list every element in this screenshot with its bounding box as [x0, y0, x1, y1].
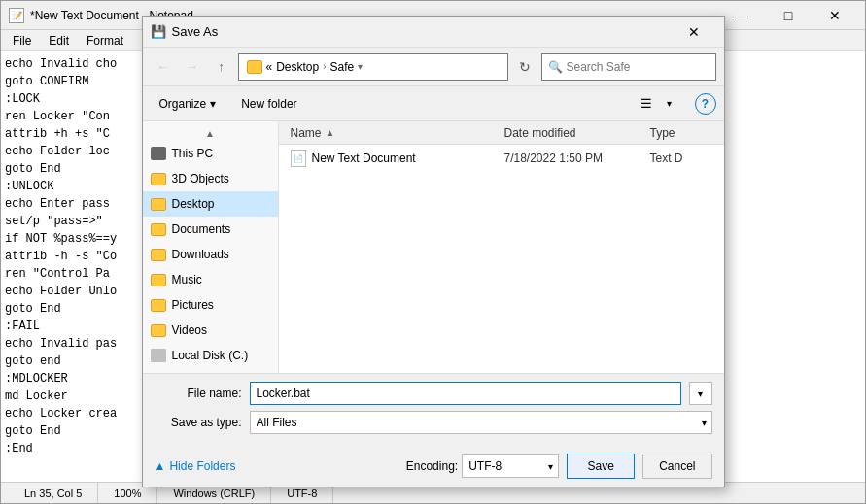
- breadcrumb-dropdown-icon[interactable]: ▾: [358, 61, 363, 72]
- col-name-label: Name: [291, 126, 322, 140]
- dialog-title-left: 💾 Save As: [151, 24, 219, 39]
- col-type-label: Type: [650, 126, 675, 140]
- folder-icon-3d: [151, 173, 166, 185]
- filename-label: File name:: [155, 386, 242, 400]
- dialog-sidebar: ▲ This PC 3D Objects Desktop Documents: [143, 121, 279, 373]
- dialog-toolbar: Organize ▾ New folder ☰ ▾ ?: [143, 86, 724, 121]
- help-button[interactable]: ?: [695, 93, 716, 115]
- cancel-button[interactable]: Cancel: [642, 454, 711, 479]
- back-button[interactable]: ←: [151, 54, 176, 80]
- col-date[interactable]: Date modified: [497, 121, 642, 144]
- file-name: New Text Document: [312, 151, 416, 165]
- breadcrumb-desktop[interactable]: Desktop: [276, 60, 319, 74]
- folder-icon-documents: [151, 223, 166, 236]
- dialog-main: ▲ This PC 3D Objects Desktop Documents: [143, 121, 724, 374]
- filelist-header: Name ▲ Date modified Type: [279, 121, 724, 145]
- new-folder-button[interactable]: New folder: [232, 91, 305, 117]
- dialog-close-button[interactable]: ✕: [672, 17, 716, 47]
- sidebar-label-videos: Videos: [172, 323, 207, 337]
- filename-dropdown-button[interactable]: ▾: [689, 382, 712, 405]
- savetype-label: Save as type:: [155, 416, 242, 429]
- file-cell-name: 📄 New Text Document: [283, 150, 497, 167]
- encoding-select[interactable]: UTF-8 UTF-16 LE UTF-16 BE ANSI: [462, 454, 559, 478]
- sidebar-item-local-disk[interactable]: Local Disk (C:): [143, 343, 278, 368]
- sidebar-item-documents[interactable]: Documents: [143, 217, 278, 242]
- sidebar-item-this-pc[interactable]: This PC: [143, 141, 278, 166]
- folder-icon-music: [151, 274, 166, 286]
- disk-icon: [151, 349, 166, 362]
- sidebar-label-documents: Documents: [172, 222, 231, 236]
- filename-input[interactable]: [250, 382, 681, 405]
- search-input[interactable]: [567, 60, 712, 74]
- breadcrumb-separator: ›: [323, 61, 326, 72]
- sidebar-label-desktop: Desktop: [172, 197, 215, 211]
- sidebar-label-3d-objects: 3D Objects: [172, 172, 229, 185]
- sidebar-label-downloads: Downloads: [172, 248, 229, 261]
- encoding-area: Encoding: UTF-8 UTF-16 LE UTF-16 BE ANSI: [406, 454, 559, 478]
- dialog-title: Save As: [172, 24, 219, 39]
- sidebar-item-desktop[interactable]: Desktop: [143, 191, 278, 217]
- sidebar-label-music: Music: [172, 273, 202, 286]
- organize-button[interactable]: Organize ▾: [151, 91, 225, 117]
- dialog-filelist[interactable]: Name ▲ Date modified Type 📄 New Text Doc…: [279, 121, 724, 373]
- sidebar-item-downloads[interactable]: Downloads: [143, 242, 278, 267]
- folder-icon-downloads: [151, 249, 166, 261]
- scroll-up-indicator: ▲: [143, 125, 278, 141]
- savetype-select[interactable]: All Files Text Documents (*.txt): [250, 411, 712, 434]
- view-dropdown-icon[interactable]: ▾: [667, 98, 672, 109]
- sidebar-item-dvd-drive[interactable]: DVD Drive (D:) Ev: [143, 368, 278, 373]
- save-as-dialog: 💾 Save As ✕ ← → ↑ « Desktop › Safe ▾ ↻ 🔍: [142, 16, 725, 487]
- search-box[interactable]: 🔍: [541, 53, 716, 81]
- new-folder-label: New folder: [241, 97, 296, 111]
- folder-icon-desktop: [151, 198, 166, 211]
- hide-folders-icon: ▲: [155, 459, 166, 473]
- encoding-label: Encoding:: [406, 459, 458, 473]
- save-button[interactable]: Save: [567, 454, 635, 479]
- sidebar-item-pictures[interactable]: Pictures: [143, 292, 278, 318]
- file-cell-date: 7/18/2022 1:50 PM: [497, 151, 642, 165]
- breadcrumb-bar[interactable]: « Desktop › Safe ▾: [238, 53, 508, 81]
- search-icon: 🔍: [548, 60, 563, 74]
- breadcrumb-safe[interactable]: Safe: [330, 60, 355, 74]
- dialog-overlay: 💾 Save As ✕ ← → ↑ « Desktop › Safe ▾ ↻ 🔍: [0, 0, 866, 504]
- savetype-select-wrapper: All Files Text Documents (*.txt): [250, 411, 712, 434]
- dialog-buttons-row: ▲ Hide Folders Encoding: UTF-8 UTF-16 LE…: [143, 448, 724, 487]
- up-button[interactable]: ↑: [209, 54, 234, 80]
- col-date-label: Date modified: [504, 126, 576, 140]
- action-buttons: Encoding: UTF-8 UTF-16 LE UTF-16 BE ANSI…: [406, 454, 712, 479]
- col-type[interactable]: Type: [642, 121, 720, 144]
- organize-dropdown-icon: ▾: [210, 97, 216, 111]
- dialog-bottom: File name: ▾ Save as type: All Files Tex…: [143, 374, 724, 448]
- folder-icon-pictures: [151, 299, 166, 312]
- sidebar-label-local-disk: Local Disk (C:): [172, 349, 249, 362]
- forward-button[interactable]: →: [180, 54, 205, 80]
- filename-row: File name: ▾: [155, 382, 712, 405]
- breadcrumb-root: «: [266, 60, 273, 74]
- sidebar-item-videos[interactable]: Videos: [143, 318, 278, 343]
- file-type: Text D: [650, 151, 683, 165]
- encoding-select-wrapper: UTF-8 UTF-16 LE UTF-16 BE ANSI: [462, 454, 559, 478]
- folder-icon-videos: [151, 324, 166, 337]
- savetype-row: Save as type: All Files Text Documents (…: [155, 411, 712, 434]
- breadcrumb-folder-icon: [247, 60, 262, 74]
- pc-icon: [151, 147, 166, 160]
- hide-folders-button[interactable]: ▲ Hide Folders: [155, 459, 236, 473]
- hide-folders-label: Hide Folders: [169, 459, 235, 473]
- dialog-navbar: ← → ↑ « Desktop › Safe ▾ ↻ 🔍: [143, 48, 724, 86]
- sidebar-item-3d-objects[interactable]: 3D Objects: [143, 166, 278, 191]
- view-button[interactable]: ☰: [634, 91, 659, 117]
- col-name[interactable]: Name ▲: [283, 121, 497, 144]
- file-doc-icon: 📄: [291, 150, 306, 167]
- sidebar-label-pictures: Pictures: [172, 298, 214, 312]
- organize-label: Organize: [159, 97, 207, 111]
- file-date: 7/18/2022 1:50 PM: [504, 151, 603, 165]
- col-name-sort: ▲: [326, 127, 335, 138]
- table-row[interactable]: 📄 New Text Document 7/18/2022 1:50 PM Te…: [279, 145, 724, 172]
- file-cell-type: Text D: [642, 151, 720, 165]
- dialog-titlebar: 💾 Save As ✕: [143, 17, 724, 48]
- sidebar-label-this-pc: This PC: [172, 147, 214, 160]
- dialog-icon: 💾: [151, 24, 166, 39]
- refresh-button[interactable]: ↻: [512, 54, 537, 80]
- sidebar-item-music[interactable]: Music: [143, 267, 278, 292]
